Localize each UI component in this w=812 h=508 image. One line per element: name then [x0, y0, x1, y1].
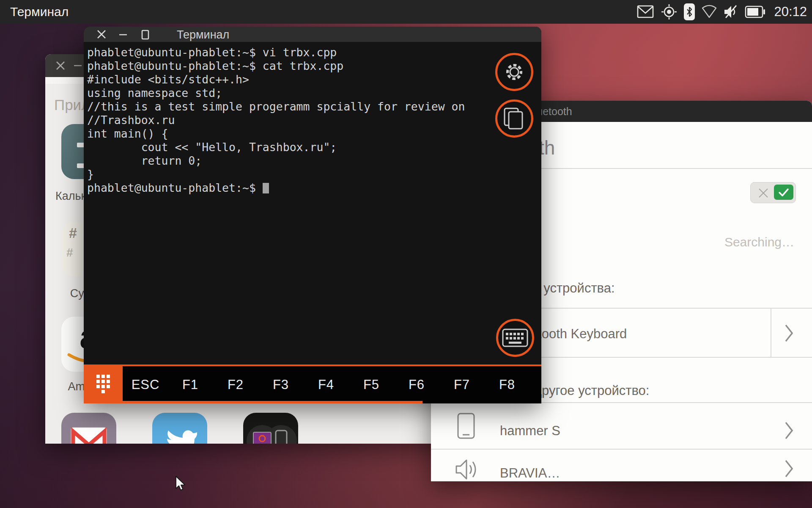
terminal-line: phablet@ubuntu-phablet:~$ cat trbx.cpp	[87, 59, 465, 73]
terminal-line: //Trashbox.ru	[87, 113, 465, 127]
key-f6[interactable]: F6	[409, 366, 425, 403]
terminal-output[interactable]: phablet@ubuntu-phablet:~$ vi trbx.cpp ph…	[87, 46, 465, 195]
terminal-block-cursor	[263, 183, 269, 193]
gmail-app-icon[interactable]	[61, 413, 116, 444]
chevron-right-icon[interactable]	[785, 421, 794, 440]
key-f3[interactable]: F3	[273, 366, 289, 403]
screen: Приложения Калькулятор # # # # Судоку a …	[0, 0, 812, 508]
location-icon[interactable]	[660, 3, 678, 21]
terminal-line: phablet@ubuntu-phablet:~$ vi trbx.cpp	[87, 46, 465, 59]
key-f4[interactable]: F4	[318, 366, 334, 403]
top-panel: Терминал	[0, 0, 812, 24]
bluetooth-icon[interactable]	[683, 3, 695, 21]
device-name: hammer S	[500, 423, 560, 439]
battery-icon[interactable]	[745, 5, 766, 19]
terminal-settings-button[interactable]	[495, 53, 533, 91]
terminal-line: return 0;	[87, 154, 465, 168]
close-icon[interactable]	[56, 61, 65, 70]
phone-icon	[457, 412, 475, 439]
key-f1[interactable]: F1	[182, 366, 198, 403]
bluetooth-searching-status: Searching…	[724, 235, 794, 249]
twitter-app-icon[interactable]	[152, 413, 207, 444]
devices-app-icon[interactable]	[243, 413, 298, 444]
terminal-line: int main() {	[87, 127, 465, 141]
chevron-right-icon[interactable]	[785, 459, 794, 478]
terminal-prompt: phablet@ubuntu-phablet:~$	[87, 181, 263, 194]
copy-pages-icon	[503, 107, 526, 130]
keyrow-scroll-indicator[interactable]	[123, 401, 422, 403]
minimize-icon[interactable]	[73, 61, 82, 70]
switch-off-x-icon	[758, 188, 768, 198]
key-f7[interactable]: F7	[454, 366, 470, 403]
speaker-icon	[455, 458, 481, 481]
terminal-key-row: ESC F1 F2 F3 F4 F5 F6 F7 F8	[84, 366, 541, 403]
muted-sound-icon[interactable]	[723, 3, 739, 20]
checkmark-icon	[779, 188, 789, 197]
minimize-icon[interactable]	[118, 30, 128, 39]
key-esc[interactable]: ESC	[132, 366, 160, 403]
panel-app-title[interactable]: Терминал	[10, 0, 69, 24]
clock[interactable]: 20:12	[774, 4, 807, 19]
bluetooth-toggle[interactable]	[750, 182, 796, 203]
terminal-line: #include <bits/stdc++.h>	[87, 73, 465, 86]
indicator-area[interactable]: 20:12	[636, 0, 807, 24]
switch-on-state	[774, 185, 793, 200]
terminal-keyboard-button[interactable]	[496, 319, 534, 357]
close-icon[interactable]	[97, 30, 106, 39]
terminal-line: cout << "Hello, Trashbox.ru";	[87, 141, 465, 154]
row-split-divider	[771, 308, 771, 357]
keyboard-icon	[502, 329, 528, 347]
chevron-right-icon[interactable]	[785, 324, 794, 342]
terminal-prompt-line: phablet@ubuntu-phablet:~$	[87, 181, 465, 195]
key-f5[interactable]: F5	[363, 366, 379, 403]
divider	[431, 449, 812, 450]
key-grid-button[interactable]	[84, 366, 123, 403]
key-f2[interactable]: F2	[228, 366, 244, 403]
terminal-line: using namespace std;	[87, 86, 465, 100]
maximize-icon[interactable]	[141, 30, 150, 40]
key-f8[interactable]: F8	[499, 366, 515, 403]
dialpad-icon	[96, 374, 110, 395]
device-name: BRAVIA…	[500, 466, 560, 481]
terminal-titlebar[interactable]: Терминал	[84, 27, 541, 42]
terminal-window: Терминал phablet@ubuntu-phablet:~$ vi tr…	[84, 27, 541, 403]
mail-icon[interactable]	[636, 3, 655, 20]
mouse-cursor	[175, 476, 187, 492]
terminal-copy-button[interactable]	[495, 99, 533, 138]
terminal-line: }	[87, 168, 465, 181]
terminal-line: //this is a test simple progeramm spcial…	[87, 100, 465, 113]
wifi-icon[interactable]	[701, 3, 718, 20]
gear-icon	[502, 60, 526, 84]
terminal-title: Терминал	[177, 27, 229, 43]
